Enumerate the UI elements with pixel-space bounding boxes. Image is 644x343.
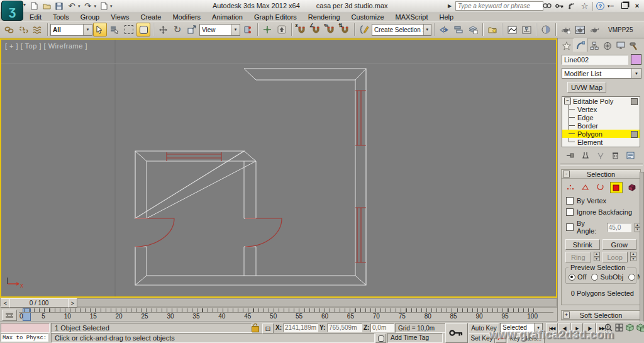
select-and-move-icon[interactable]	[156, 23, 170, 37]
panel-scrollbar[interactable]	[640, 172, 644, 343]
add-time-tag-field[interactable]: Add Time Tag	[387, 333, 443, 343]
polygon-mode-button[interactable]	[610, 182, 623, 193]
stack-item-editable-poly[interactable]: − Editable Poly	[562, 97, 640, 105]
search-input[interactable]	[455, 1, 543, 11]
menu-item[interactable]: Views	[105, 13, 135, 21]
new-file-icon[interactable]	[29, 1, 39, 11]
undo-dropdown-caret[interactable]: ▾	[78, 4, 80, 9]
spinner-snap-toggle[interactable]: ⇅	[338, 23, 352, 37]
dropdown-caret-icon[interactable]: ▾	[83, 25, 92, 35]
search-icon[interactable]	[542, 1, 552, 11]
curve-editor-icon[interactable]	[505, 23, 519, 37]
preview-radio-option[interactable]: Off	[569, 273, 586, 281]
x-coordinate-field[interactable]: 2141,189m	[283, 323, 318, 332]
unlink-selection-icon[interactable]	[16, 23, 30, 37]
dropdown-caret-icon[interactable]: ▾	[534, 323, 542, 332]
by-angle-row[interactable]: By Angle: 45,0 ▲▼	[566, 220, 640, 235]
ring-button[interactable]: Ring	[565, 252, 591, 262]
radio-icon[interactable]	[591, 274, 598, 281]
z-coordinate-field[interactable]: 0,0m	[370, 323, 394, 332]
select-and-scale-icon[interactable]	[185, 23, 199, 37]
minimize-button[interactable]: –	[608, 2, 616, 9]
remove-modifier-icon[interactable]	[611, 151, 620, 160]
border-mode-icon[interactable]	[595, 182, 606, 192]
stack-subobject-item[interactable]: Edge	[562, 113, 640, 121]
previous-frame-playback-button[interactable]: ◀||	[558, 323, 570, 334]
use-pivot-point-center-icon[interactable]	[241, 23, 255, 37]
previous-frame-button[interactable]: <	[1, 298, 10, 308]
graphite-modeling-toggle-icon[interactable]	[486, 23, 499, 37]
menu-item[interactable]: MAXScript	[390, 13, 434, 21]
dropdown-caret-icon[interactable]: ▾	[631, 69, 641, 78]
zoom-extents-icon[interactable]	[625, 323, 635, 332]
keyboard-shortcut-override-toggle[interactable]	[275, 23, 289, 37]
favorites-star-icon[interactable]: ☆	[580, 1, 589, 11]
help-icon[interactable]: ?	[596, 2, 604, 10]
selection-set-dropdown[interactable]: Selected ▾	[500, 323, 543, 332]
expand-icon[interactable]: +	[563, 312, 570, 318]
menu-item[interactable]: Customize	[346, 13, 390, 21]
element-mode-icon[interactable]	[626, 182, 638, 192]
redo-icon[interactable]: ↷	[83, 1, 93, 11]
soft-selection-header[interactable]: + Soft Selection	[562, 311, 640, 320]
make-unique-icon[interactable]	[596, 151, 605, 160]
by-angle-input[interactable]: 45,0	[607, 223, 631, 232]
selection-filter-dropdown[interactable]: All ▾	[50, 24, 92, 36]
close-button[interactable]: ×	[633, 2, 641, 9]
render-setup-icon[interactable]	[558, 23, 572, 37]
maxscript-mini-listener-pink[interactable]	[1, 323, 50, 333]
tab-hierarchy[interactable]	[588, 40, 601, 52]
preview-radio-option[interactable]: SubObj	[591, 273, 623, 281]
undo-icon[interactable]: ↶	[67, 1, 77, 11]
tab-create[interactable]	[560, 40, 573, 52]
shrink-button[interactable]: Shrink	[565, 239, 600, 250]
ignore-backfacing-row[interactable]: Ignore Backfacing	[566, 208, 640, 216]
menu-item[interactable]: Animation	[206, 13, 248, 21]
ring-spinner[interactable]: ▲▼	[594, 252, 600, 261]
align-icon[interactable]	[452, 23, 465, 37]
isolate-selection-icon[interactable]	[375, 334, 386, 343]
application-menu-caret[interactable]: ▾	[23, 2, 26, 8]
tab-motion[interactable]	[601, 40, 614, 52]
go-to-start-button[interactable]: |◀◀	[546, 323, 558, 334]
stack-subobject-item[interactable]: Border	[562, 121, 640, 130]
infocenter-arrow-icon[interactable]: ▶	[448, 3, 452, 9]
mirror-icon[interactable]	[437, 23, 451, 37]
dropdown-caret-icon[interactable]: ▾	[423, 25, 431, 35]
ignore-backfacing-checkbox[interactable]	[566, 208, 574, 216]
zoom-all-icon[interactable]	[614, 323, 624, 332]
reference-coordinate-dropdown[interactable]: View ▾	[199, 24, 240, 36]
layer-manager-icon[interactable]	[466, 23, 480, 37]
redo-dropdown-caret[interactable]: ▾	[94, 4, 97, 9]
next-frame-button[interactable]: >	[68, 298, 77, 308]
grow-button[interactable]: Grow	[602, 239, 637, 250]
bind-to-space-warp-icon[interactable]	[31, 23, 45, 37]
vertex-mode-icon[interactable]	[565, 182, 576, 192]
collapse-icon[interactable]: −	[564, 98, 571, 104]
loop-spinner[interactable]: ▲▼	[630, 252, 636, 261]
dropdown-caret-icon[interactable]: ▾	[231, 25, 240, 35]
angle-snap-toggle[interactable]: ∠	[309, 23, 323, 37]
next-frame-playback-button[interactable]: ||▶	[584, 323, 596, 334]
edge-mode-icon[interactable]	[580, 182, 591, 192]
viewport-label[interactable]: [ + ] [ Top ] [ Wireframe ]	[5, 42, 87, 50]
select-by-name-icon[interactable]	[108, 23, 121, 37]
menu-item[interactable]: Group	[75, 13, 106, 21]
pin-stack-icon[interactable]	[565, 151, 575, 160]
selection-rollout-header[interactable]: - Selection	[562, 170, 640, 179]
percent-snap-toggle[interactable]: %	[323, 23, 337, 37]
play-button[interactable]: ▶	[571, 323, 583, 334]
select-object-button[interactable]	[93, 23, 107, 37]
stack-subobject-item[interactable]: Element	[562, 138, 640, 146]
select-and-link-icon[interactable]	[2, 23, 16, 37]
object-color-swatch[interactable]	[631, 54, 641, 65]
show-end-result-icon[interactable]	[580, 151, 590, 160]
menu-item[interactable]: Graph Editors	[248, 13, 303, 21]
save-file-icon[interactable]	[54, 1, 64, 11]
stack-onoff-icon[interactable]	[631, 98, 638, 105]
rectangular-selection-region-icon[interactable]	[122, 23, 136, 37]
edit-named-selection-sets-icon[interactable]	[357, 23, 371, 37]
communication-center-icon[interactable]	[567, 1, 577, 11]
zoom-extents-all-icon[interactable]	[636, 323, 644, 332]
snap-toggle-3d-icon[interactable]: 3	[294, 23, 308, 37]
